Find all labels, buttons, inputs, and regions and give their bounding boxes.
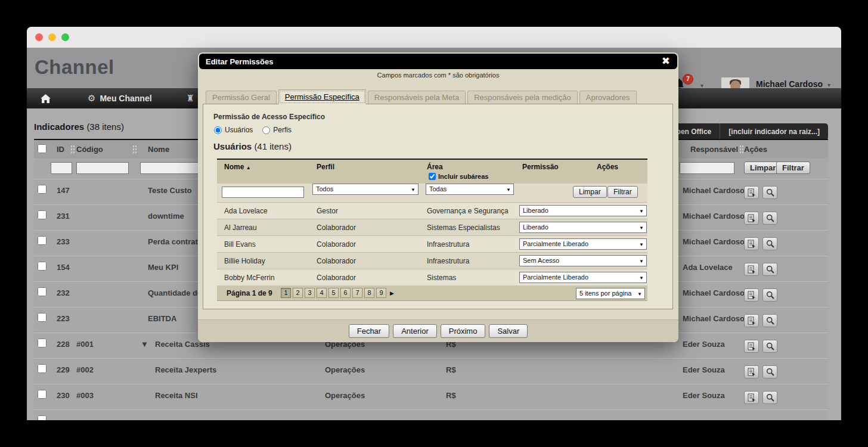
- filter-id-input[interactable]: [51, 162, 72, 174]
- tab-responsaveis-meta[interactable]: Responsáveis pela Meta: [368, 91, 466, 104]
- view-action-button[interactable]: [762, 237, 777, 250]
- page-button[interactable]: 1: [281, 288, 291, 298]
- row-checkbox[interactable]: [38, 339, 46, 347]
- page-button[interactable]: 6: [340, 288, 351, 298]
- col-responsavel[interactable]: Responsável: [690, 145, 738, 154]
- nav-meu-channel[interactable]: ⚙ Meu Channel: [88, 93, 152, 104]
- indicator-responsavel: Eder Souza: [683, 391, 725, 400]
- row-checkbox[interactable]: [38, 185, 46, 194]
- tab-aprovadores[interactable]: Aprovadores: [579, 91, 637, 104]
- anterior-button[interactable]: Anterior: [393, 324, 437, 338]
- include-subareas-checkbox[interactable]: [429, 173, 436, 180]
- document-cursor-icon: [748, 214, 756, 223]
- col-nome-sort[interactable]: Nome ▲: [224, 163, 251, 171]
- indicator-row: 230 #003 Receita NSI Operações R$ Eder S…: [34, 384, 828, 409]
- row-checkbox[interactable]: [38, 364, 46, 373]
- minimize-window-icon[interactable]: [48, 33, 56, 41]
- page-title: Indicadores (38 itens): [34, 122, 124, 132]
- view-action-button[interactable]: [762, 340, 777, 353]
- report-action-button[interactable]: [744, 263, 759, 276]
- items-per-page-select[interactable]: 5 itens por página: [576, 288, 645, 299]
- page-button[interactable]: 4: [317, 288, 327, 298]
- document-cursor-icon: [748, 393, 756, 402]
- column-grip-icon[interactable]: [132, 145, 137, 154]
- view-action-button[interactable]: [762, 365, 777, 378]
- indicator-codigo: #001: [76, 340, 94, 349]
- row-actions: [744, 212, 777, 225]
- page-button[interactable]: 2: [293, 288, 303, 298]
- page-button[interactable]: 3: [305, 288, 315, 298]
- view-action-button[interactable]: [762, 391, 777, 404]
- nav-home[interactable]: [41, 94, 51, 103]
- col-area[interactable]: Área: [427, 163, 443, 171]
- column-grip-icon[interactable]: [70, 145, 75, 154]
- tab-permissao-geral[interactable]: Permissão Geral: [206, 91, 277, 104]
- row-checkbox[interactable]: [38, 236, 46, 245]
- filter-responsavel-input[interactable]: [680, 162, 734, 174]
- tab-responsaveis-medicao[interactable]: Responsáveis pela medição: [467, 91, 578, 104]
- tab-permissao-especifica[interactable]: Permissão Específica: [278, 89, 366, 104]
- indicator-nome: Meu KPI: [148, 263, 178, 272]
- modal-titlebar[interactable]: Editar Permissões ✖: [199, 54, 677, 69]
- close-icon[interactable]: ✖: [662, 55, 670, 67]
- view-action-button[interactable]: [762, 288, 777, 302]
- collapse-triangle-icon[interactable]: ▼: [141, 340, 148, 349]
- col-codigo[interactable]: Código: [76, 145, 103, 154]
- page-button[interactable]: 8: [364, 288, 374, 298]
- report-action-button[interactable]: [744, 340, 759, 353]
- filtrar-button[interactable]: Filtrar: [607, 186, 638, 198]
- view-action-button[interactable]: [762, 186, 777, 199]
- column-grip-icon[interactable]: [739, 145, 744, 154]
- permission-select[interactable]: Parcialmente Liberado: [519, 272, 647, 283]
- report-action-button[interactable]: [744, 212, 759, 225]
- radio-usuarios[interactable]: Usuários: [214, 126, 253, 134]
- salvar-button[interactable]: Salvar: [489, 324, 528, 338]
- report-action-button[interactable]: [744, 288, 759, 302]
- document-cursor-icon: [748, 240, 756, 249]
- fechar-button[interactable]: Fechar: [349, 324, 389, 338]
- limpar-button[interactable]: Limpar: [573, 186, 607, 198]
- notification-badge[interactable]: 7: [683, 74, 693, 85]
- radio-perfis[interactable]: Perfis: [262, 126, 292, 134]
- col-perfil[interactable]: Perfil: [317, 163, 334, 171]
- permission-select[interactable]: Liberado: [519, 205, 647, 216]
- area-filter-select[interactable]: Todas: [426, 184, 514, 195]
- page-button[interactable]: 5: [328, 288, 339, 298]
- row-checkbox[interactable]: [38, 390, 46, 399]
- next-page-icon[interactable]: ▶: [390, 290, 394, 296]
- permission-select[interactable]: Liberado: [519, 222, 647, 233]
- perfil-filter-select[interactable]: Todos: [312, 184, 418, 195]
- user-menu-chevron-down-icon[interactable]: ▾: [827, 82, 830, 88]
- magnifier-icon: [766, 265, 774, 274]
- report-action-button[interactable]: [744, 186, 759, 199]
- close-window-icon[interactable]: [35, 33, 43, 41]
- page-button[interactable]: 9: [376, 288, 386, 298]
- row-checkbox[interactable]: [38, 262, 46, 271]
- select-all-checkbox[interactable]: [38, 144, 46, 153]
- include-subareas[interactable]: Incluir subáreas: [429, 173, 488, 180]
- col-nome[interactable]: Nome: [148, 145, 169, 154]
- include-root-indicator-button[interactable]: [incluir indicador na raiz...]: [720, 123, 828, 140]
- report-action-button[interactable]: [744, 391, 759, 404]
- proximo-button[interactable]: Próximo: [441, 324, 486, 338]
- col-id[interactable]: ID: [57, 145, 64, 154]
- row-checkbox[interactable]: [38, 313, 46, 322]
- filtrar-button[interactable]: Filtrar: [776, 162, 810, 174]
- permission-select[interactable]: Sem Acesso: [519, 255, 647, 266]
- report-action-button[interactable]: [744, 237, 759, 250]
- nome-filter-input[interactable]: [222, 187, 304, 198]
- page-button[interactable]: 7: [352, 288, 362, 298]
- row-checkbox[interactable]: [38, 287, 46, 296]
- view-action-button[interactable]: [762, 314, 777, 327]
- users-rows: Ada Lovelace Gestor Governança e Seguran…: [217, 202, 647, 285]
- view-action-button[interactable]: [762, 263, 777, 276]
- filter-codigo-input[interactable]: [76, 162, 129, 174]
- row-checkbox[interactable]: [38, 415, 46, 420]
- permission-select[interactable]: Parcialmente Liberado: [519, 238, 647, 250]
- maximize-window-icon[interactable]: [61, 33, 69, 41]
- edit-permissions-modal: Editar Permissões ✖ Campos marcados com …: [198, 52, 678, 342]
- report-action-button[interactable]: [744, 365, 759, 378]
- report-action-button[interactable]: [744, 314, 759, 327]
- row-checkbox[interactable]: [38, 210, 46, 219]
- view-action-button[interactable]: [762, 212, 777, 225]
